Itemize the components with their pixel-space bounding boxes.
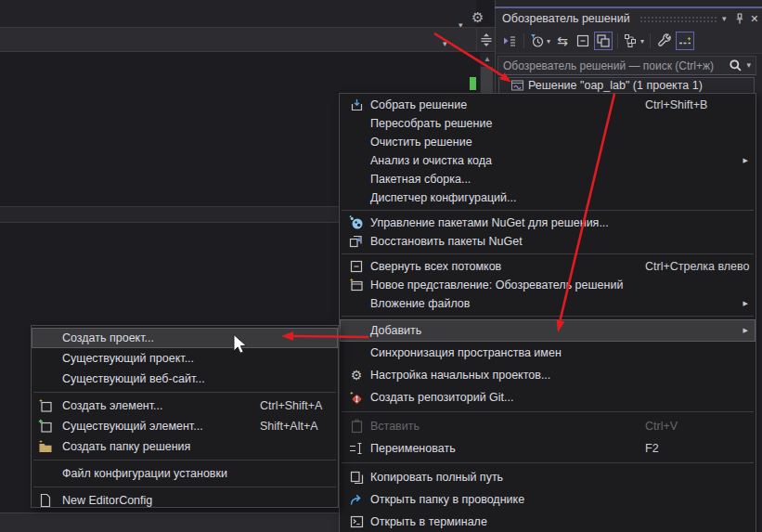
menu-item-file-nesting[interactable]: Вложение файлов ▶ (340, 294, 756, 313)
gear-icon: ⚙ (349, 368, 364, 383)
build-icon (349, 97, 364, 112)
terminal-icon (349, 514, 364, 529)
rename-icon (349, 441, 364, 456)
menu-item-restore-nuget-packages[interactable]: Восстановить пакеты NuGet (340, 232, 756, 251)
document-icon (38, 493, 53, 508)
search-placeholder: Обозреватель решений — поиск (Ctrl+ж) (503, 59, 729, 72)
search-box[interactable]: Обозреватель решений — поиск (Ctrl+ж) ▾ (497, 56, 756, 75)
menu-item-open-folder-in-explorer[interactable]: Открыть папку в проводнике (340, 488, 756, 511)
toolbar-gear-icon[interactable]: ⚙ (471, 10, 484, 24)
menu-item-paste[interactable]: Вставить Ctrl+V (340, 415, 756, 437)
toolbar-separator (523, 33, 524, 48)
git-repository-icon (349, 390, 364, 405)
new-item-icon (38, 398, 53, 413)
submenu-arrow-icon: ▶ (743, 300, 748, 307)
open-external-arrow-icon (349, 492, 364, 507)
menu-separator (33, 460, 336, 461)
pending-changes-filter-button[interactable]: ▾ (529, 32, 551, 50)
submenu-item-new-project[interactable]: Создать проект... (32, 328, 338, 348)
nuget-restore-icon (349, 234, 364, 249)
menu-item-add[interactable]: Добавить ▶ (340, 319, 756, 342)
chevron-down-icon: ▾ (640, 37, 644, 45)
chevron-down-icon: ▾ (547, 37, 550, 45)
menu-separator (33, 487, 336, 487)
menu-item-rebuild-solution[interactable]: Пересобрать решение (340, 114, 756, 133)
menu-item-collapse-descendants[interactable]: Свернуть всех потомков Ctrl+Стрелка влев… (340, 257, 756, 276)
submenu-item-existing-website[interactable]: Существующий веб-сайт... (32, 369, 338, 389)
scrollbar-thumb[interactable] (481, 67, 493, 93)
menu-item-build-solution[interactable]: Собрать решение Ctrl+Shift+B (340, 96, 756, 114)
menu-item-set-startup-projects[interactable]: ⚙ Настройка начальных проектов... (340, 364, 756, 386)
solution-explorer-header[interactable]: Обозреватель решений ▾ ✕ (496, 8, 762, 29)
submenu-item-new-editorconfig[interactable]: New EditorConfig (32, 490, 338, 511)
paste-icon (349, 419, 364, 434)
navbar-dropdown-chevron-icon[interactable]: ▾ (443, 33, 447, 50)
solution-label: Решение "oap_lab" (1 проекта 1) (528, 79, 703, 92)
menu-item-manage-nuget-packages[interactable]: Управление пакетами NuGet для решения... (340, 214, 756, 232)
switch-views-button[interactable] (500, 32, 519, 50)
menu-item-copy-full-path[interactable]: Копировать полный путь (340, 466, 756, 488)
menu-separator (342, 411, 754, 412)
new-window-icon (349, 278, 364, 292)
collapse-all-icon (575, 33, 590, 48)
switch-views-icon (502, 33, 517, 48)
submenu-item-installer-configuration-file[interactable]: Файл конфигурации установки (32, 463, 338, 484)
scrollbar-change-marker (470, 77, 476, 90)
sync-icon: ⇆ (557, 34, 568, 47)
solution-tree-item[interactable]: Решение "oap_lab" (1 проекта 1) (498, 77, 755, 94)
submenu-item-existing-project[interactable]: Существующий проект... (32, 348, 338, 369)
drag-texture (639, 16, 717, 22)
split-grip-icon (480, 32, 493, 47)
menu-separator (342, 462, 754, 463)
submenu-arrow-icon: ▶ (743, 327, 748, 334)
solution-icon (510, 79, 524, 92)
collapse-all-button[interactable] (574, 32, 592, 50)
wrench-icon (657, 33, 672, 48)
copy-icon (349, 470, 364, 485)
submenu-arrow-icon: ▶ (743, 157, 748, 164)
menu-item-rename[interactable]: Переименовать F2 (340, 437, 756, 460)
show-all-files-button[interactable] (594, 32, 613, 50)
show-all-files-icon (596, 33, 611, 48)
toolbar-separator (650, 33, 651, 48)
preview-selected-items-button[interactable] (676, 32, 694, 50)
menu-item-sync-namespaces[interactable]: Синхронизация пространства имен (340, 342, 756, 364)
menu-separator (342, 253, 754, 254)
solution-context-menu: Собрать решение Ctrl+Shift+B Пересобрать… (339, 93, 756, 532)
menu-separator (342, 210, 754, 211)
submenu-item-new-solution-folder[interactable]: Создать папку решения (32, 436, 338, 457)
filter-clock-icon (530, 33, 545, 48)
preview-selected-items-icon (678, 33, 692, 48)
nuget-icon (349, 215, 364, 230)
editor-navigation-bar (0, 27, 495, 52)
solution-explorer-toolbar: ▾ ⇆ ▾ (496, 29, 762, 54)
submenu-item-new-item[interactable]: Создать элемент... Ctrl+Shift+A (32, 396, 338, 416)
search-options-chevron-icon[interactable]: ▾ (746, 61, 751, 70)
menu-item-clean-solution[interactable]: Очистить решение (340, 133, 756, 151)
search-icon[interactable] (729, 58, 743, 72)
menu-item-open-in-terminal[interactable]: Открыть в терминале (340, 511, 756, 532)
menu-item-create-git-repository[interactable]: Создать репозиторий Git... (340, 386, 756, 409)
menu-item-batch-build[interactable]: Пакетная сборка... (340, 170, 756, 188)
scrollbar-up-arrow-icon[interactable]: ▲ (482, 54, 493, 64)
properties-button[interactable] (655, 32, 674, 50)
window-position-button[interactable]: ▾ (717, 11, 731, 26)
panel-title: Обозреватель решений (502, 12, 630, 25)
new-folder-icon (38, 439, 53, 454)
pin-icon (734, 13, 745, 25)
menu-separator (33, 392, 336, 393)
sync-with-active-document-button[interactable]: ⇆ (553, 32, 572, 50)
menu-item-configuration-manager[interactable]: Диспетчер конфигураций... (340, 188, 756, 207)
toolbar-separator (617, 33, 618, 48)
existing-item-icon (38, 419, 53, 434)
chevron-down-icon: ▾ (722, 15, 727, 23)
menu-item-code-analysis[interactable]: Анализ и очистка кода ▶ (340, 151, 756, 170)
menu-separator (342, 316, 754, 317)
pin-button[interactable] (731, 11, 746, 26)
menu-item-new-view[interactable]: Новое представление: Обозреватель решени… (340, 276, 756, 294)
editor-split-grip[interactable] (476, 28, 495, 51)
view-hierarchy-button[interactable]: ▾ (623, 32, 645, 50)
editor-top-bar (0, 0, 476, 27)
close-button[interactable]: ✕ (747, 11, 762, 26)
submenu-item-existing-item[interactable]: Существующий элемент... Shift+Alt+A (32, 416, 338, 436)
